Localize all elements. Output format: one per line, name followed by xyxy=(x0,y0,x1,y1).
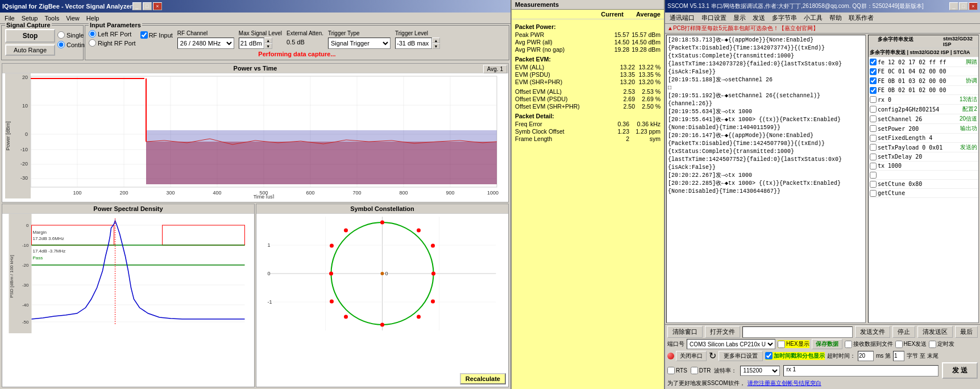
rf-channel-dropdown[interactable]: 26 / 2480 MHz xyxy=(177,38,234,49)
sscom-close-button[interactable]: × xyxy=(969,2,978,10)
right-rf-port-option[interactable]: Right RF Port xyxy=(89,39,136,47)
sidebar-checkbox-1[interactable] xyxy=(870,68,877,75)
stop-button[interactable]: Stop xyxy=(5,29,55,43)
more-ports-button[interactable]: 更多串口设置 xyxy=(719,351,763,361)
sscom-quick-send-sidebar: 多余字符串发送 stm32/GD32 ISP 多余字符串发送 | stm32/G… xyxy=(868,35,979,323)
sscom-menu-multistring[interactable]: 多字节串 xyxy=(769,13,800,23)
dtr-checkbox[interactable] xyxy=(691,367,698,374)
max-signal-down[interactable]: ▼ xyxy=(264,43,272,49)
sidebar-checkbox-7[interactable] xyxy=(870,125,877,132)
refresh-icon[interactable]: ↻ xyxy=(709,350,716,361)
sidebar-checkbox-5[interactable] xyxy=(870,106,877,113)
sidebar-checkbox-0[interactable] xyxy=(870,59,877,65)
clear-send-area-button[interactable]: 清发送区 xyxy=(917,326,953,338)
close-port-button[interactable]: 关闭串口 xyxy=(676,351,707,361)
minimize-button[interactable]: _ xyxy=(132,2,142,10)
maximize-button[interactable]: □ xyxy=(143,2,152,10)
left-rf-port-option[interactable]: Left RF Port xyxy=(89,30,136,38)
sidebar-checkbox-8[interactable] xyxy=(870,135,877,142)
window-controls[interactable]: _ □ × xyxy=(132,2,162,10)
max-signal-level-input[interactable] xyxy=(239,38,264,49)
timed-send-checkbox[interactable] xyxy=(929,341,936,348)
sscom-menu-display[interactable]: 显示 xyxy=(730,13,749,23)
offset-evm-all-row: Offset EVM (ALL) 2.53 2.53 % xyxy=(515,88,661,95)
open-file-button[interactable]: 打开文件 xyxy=(705,326,740,338)
sidebar-item-4: rx 013清洁 xyxy=(869,95,978,105)
left-rf-radio[interactable] xyxy=(89,30,96,38)
timeout-input[interactable] xyxy=(858,351,874,361)
sscom-input-area[interactable] xyxy=(742,326,853,338)
hex-display-checkbox[interactable] xyxy=(778,341,785,348)
clear-window-button[interactable]: 清除窗口 xyxy=(667,326,703,338)
svg-text:Power [dBm]: Power [dBm] xyxy=(5,121,11,151)
rts-option[interactable]: RTS xyxy=(667,367,687,374)
sscom-panel: SSCOM V5.13.1 串口/网络数据调试器,作者:大虾丁丁,2618058… xyxy=(665,0,980,389)
trigger-type-dropdown[interactable]: Signal Trigger xyxy=(328,38,391,49)
sidebar-checkbox-12[interactable] xyxy=(870,172,877,179)
sidebar-checkbox-6[interactable] xyxy=(870,115,877,122)
sscom-menu-help[interactable]: 帮助 xyxy=(826,13,845,23)
sidebar-checkbox-11[interactable] xyxy=(870,163,877,169)
rf-input-checkbox[interactable] xyxy=(140,31,148,39)
sscom-menu-tools[interactable]: 小工具 xyxy=(800,13,826,23)
trigger-level-down[interactable]: ▼ xyxy=(432,43,440,49)
max-signal-level-label: Max Signal Level xyxy=(239,30,282,36)
constellation-svg: 0 1 -1 0 xyxy=(256,214,508,333)
avg-button[interactable]: Avg. 1 xyxy=(483,65,507,73)
stop-send-button[interactable]: 停止 xyxy=(892,326,915,338)
max-signal-up[interactable]: ▲ xyxy=(264,38,272,43)
evm-all-row: EVM (ALL) 13.22 13.22 % xyxy=(515,64,661,71)
trigger-level-input[interactable] xyxy=(395,38,432,49)
sscom-menu-comm[interactable]: 通讯端口 xyxy=(666,13,698,23)
hex-send-checkbox[interactable] xyxy=(895,341,903,348)
sscom-minimize-button[interactable]: _ xyxy=(949,2,958,10)
add-time-option[interactable]: 加时间戳和分包显示 xyxy=(765,352,825,360)
port-select[interactable]: COM3 Silicon Labs CP210x U xyxy=(687,339,775,349)
packet-power-title: Packet Power: xyxy=(515,23,661,30)
sidebar-checkbox-3[interactable] xyxy=(870,87,877,94)
recv-to-file-checkbox[interactable] xyxy=(845,341,852,348)
sscom-log[interactable]: [20:18:53.713]收←◆{(appMode}}{None:Enable… xyxy=(666,35,866,323)
trigger-level-up[interactable]: ▲ xyxy=(432,38,440,43)
sscom-menu-port-settings[interactable]: 串口设置 xyxy=(698,13,730,23)
save-data-button[interactable]: 保存数据 xyxy=(812,339,842,349)
sscom-window-controls[interactable]: _ □ × xyxy=(949,2,978,10)
timed-send-option[interactable]: 定时发 xyxy=(929,340,954,348)
dtr-option[interactable]: DTR xyxy=(691,367,711,374)
sscom-notice-link[interactable]: 请您注册嘉立创帐号结尾突白 xyxy=(748,379,821,387)
hex-display-option[interactable]: HEX显示 xyxy=(778,340,809,348)
sscom-menu-contact[interactable]: 联系作者 xyxy=(845,13,877,23)
sscom-menu-send[interactable]: 发送 xyxy=(749,13,769,23)
sscom-maximize-button[interactable]: □ xyxy=(959,2,968,10)
sidebar-label-0: 脚踏 xyxy=(946,58,977,66)
rf-input-option[interactable]: RF Input xyxy=(140,31,173,39)
add-time-checkbox[interactable] xyxy=(765,352,773,359)
send-file-button[interactable]: 发送文件 xyxy=(855,326,890,338)
sidebar-checkbox-14[interactable] xyxy=(870,190,877,197)
sidebar-checkbox-10[interactable] xyxy=(870,154,877,160)
recalculate-button[interactable]: Recalculate xyxy=(460,373,506,384)
svg-point-74 xyxy=(417,229,421,233)
right-rf-radio[interactable] xyxy=(89,39,96,47)
svg-text:10: 10 xyxy=(22,103,28,109)
sidebar-checkbox-4[interactable] xyxy=(870,96,877,103)
single-radio[interactable] xyxy=(57,31,65,39)
rts-checkbox[interactable] xyxy=(667,367,675,374)
last-button[interactable]: 最后 xyxy=(955,326,978,338)
svg-text:17.4dB  -3.7MHz: 17.4dB -3.7MHz xyxy=(33,249,66,254)
external-atten-value: 0.5 dB xyxy=(286,38,323,47)
sidebar-checkbox-13[interactable] xyxy=(870,181,877,188)
send-button[interactable]: 发 送 xyxy=(942,362,978,379)
menu-view[interactable]: View xyxy=(63,14,83,23)
auto-range-button[interactable]: Auto Range xyxy=(5,44,55,56)
baud-select[interactable]: 115200 xyxy=(740,366,780,376)
hex-send-option[interactable]: HEX发送 xyxy=(895,340,927,348)
svg-text:Margin: Margin xyxy=(33,230,47,235)
continuous-radio[interactable] xyxy=(57,41,65,48)
sidebar-checkbox-2[interactable] xyxy=(870,77,877,84)
sidebar-checkbox-9[interactable] xyxy=(870,144,877,151)
close-button[interactable]: × xyxy=(153,2,162,10)
svg-point-73 xyxy=(380,221,384,225)
recv-to-file-option[interactable]: 接收数据到文件 xyxy=(845,340,893,348)
page-input[interactable] xyxy=(893,351,904,361)
